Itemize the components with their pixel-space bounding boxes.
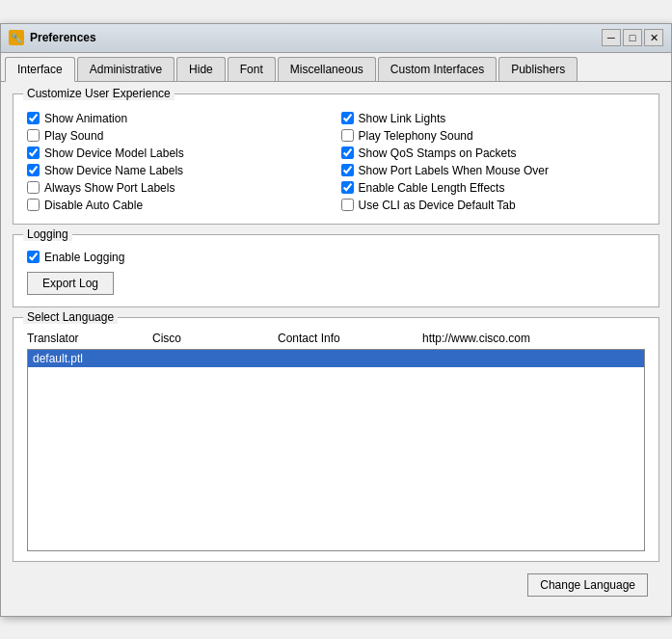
tab-publishers[interactable]: Publishers	[498, 57, 578, 81]
checkbox-show-qos: Show QoS Stamps on Packets	[341, 146, 646, 160]
close-button[interactable]: ✕	[644, 29, 663, 46]
tab-interface[interactable]: Interface	[5, 57, 75, 82]
show-animation-checkbox[interactable]	[27, 112, 40, 124]
play-telephony-checkbox[interactable]	[341, 129, 354, 142]
disable-auto-label: Disable Auto Cable	[44, 199, 143, 212]
show-animation-label: Show Animation	[44, 112, 127, 125]
show-name-checkbox[interactable]	[27, 164, 40, 176]
window-controls: ─ □ ✕	[602, 29, 663, 46]
play-telephony-label: Play Telephony Sound	[359, 129, 473, 143]
checkbox-always-port: Always Show Port Labels	[27, 181, 332, 195]
tab-hide[interactable]: Hide	[176, 57, 226, 81]
language-section: Select Language Translator Cisco Contact…	[13, 317, 659, 562]
language-list[interactable]: default.ptl	[27, 349, 645, 551]
show-link-lights-checkbox[interactable]	[341, 112, 354, 124]
show-model-checkbox[interactable]	[27, 146, 40, 159]
checkboxes-grid: Show Animation Show Link Lights Play Sou…	[27, 112, 645, 212]
play-sound-checkbox[interactable]	[27, 129, 40, 142]
enable-cable-label: Enable Cable Length Effects	[359, 181, 505, 195]
show-name-label: Show Device Name Labels	[44, 164, 183, 177]
show-port-mouse-checkbox[interactable]	[341, 164, 354, 176]
checkbox-disable-auto: Disable Auto Cable	[27, 199, 332, 212]
use-cli-checkbox[interactable]	[341, 199, 354, 211]
window-title: Preferences	[30, 31, 96, 44]
show-qos-label: Show QoS Stamps on Packets	[359, 146, 517, 160]
title-bar: 🔧 Preferences ─ □ ✕	[1, 24, 671, 53]
lang-col-url: http://www.cisco.com	[422, 332, 645, 345]
checkbox-use-cli: Use CLI as Device Default Tab	[341, 199, 646, 212]
always-port-checkbox[interactable]	[27, 181, 40, 194]
use-cli-label: Use CLI as Device Default Tab	[359, 199, 516, 212]
list-item[interactable]: default.ptl	[28, 350, 644, 367]
show-port-mouse-label: Show Port Labels When Mouse Over	[359, 164, 549, 177]
checkbox-show-port-mouse: Show Port Labels When Mouse Over	[341, 164, 646, 177]
lang-table-header: Translator Cisco Contact Info http://www…	[27, 332, 645, 345]
lang-col-cisco: Cisco	[152, 332, 278, 345]
checkbox-show-link-lights: Show Link Lights	[341, 112, 646, 125]
enable-logging-checkbox[interactable]	[27, 251, 40, 263]
show-link-lights-label: Show Link Lights	[359, 112, 446, 125]
logging-content: Enable Logging Export Log	[27, 251, 645, 295]
bottom-bar: Change Language	[13, 570, 659, 604]
enable-cable-checkbox[interactable]	[341, 181, 354, 194]
checkbox-play-telephony: Play Telephony Sound	[341, 129, 646, 143]
language-section-title: Select Language	[23, 310, 118, 324]
tab-miscellaneous[interactable]: Miscellaneous	[278, 57, 376, 81]
minimize-button[interactable]: ─	[602, 29, 621, 46]
checkbox-show-name: Show Device Name Labels	[27, 164, 332, 177]
customize-section-title: Customize User Experience	[23, 87, 175, 100]
checkbox-show-animation: Show Animation	[27, 112, 332, 125]
checkbox-play-sound: Play Sound	[27, 129, 332, 143]
play-sound-label: Play Sound	[44, 129, 103, 143]
lang-col-contact: Contact Info	[278, 332, 422, 345]
tab-administrative[interactable]: Administrative	[77, 57, 175, 81]
logging-section-title: Logging	[23, 227, 72, 241]
checkbox-enable-cable: Enable Cable Length Effects	[341, 181, 646, 195]
customize-section: Customize User Experience Show Animation…	[13, 93, 659, 225]
tab-custom-interfaces[interactable]: Custom Interfaces	[378, 57, 497, 81]
tabs-container: Interface Administrative Hide Font Misce…	[1, 53, 671, 82]
show-model-label: Show Device Model Labels	[44, 146, 184, 160]
tab-font[interactable]: Font	[228, 57, 276, 81]
always-port-label: Always Show Port Labels	[44, 181, 175, 195]
main-content: Customize User Experience Show Animation…	[1, 82, 671, 616]
checkbox-show-model: Show Device Model Labels	[27, 146, 332, 160]
preferences-window: 🔧 Preferences ─ □ ✕ Interface Administra…	[0, 23, 672, 617]
enable-logging-label: Enable Logging	[44, 251, 124, 264]
show-qos-checkbox[interactable]	[341, 146, 354, 159]
disable-auto-checkbox[interactable]	[27, 199, 40, 211]
maximize-button[interactable]: □	[623, 29, 642, 46]
export-log-button[interactable]: Export Log	[27, 272, 114, 295]
logging-section: Logging Enable Logging Export Log	[13, 234, 659, 307]
enable-logging-row: Enable Logging	[27, 251, 645, 264]
title-bar-left: 🔧 Preferences	[9, 30, 96, 45]
change-language-button[interactable]: Change Language	[527, 573, 648, 597]
lang-col-translator: Translator	[27, 332, 152, 345]
app-icon: 🔧	[9, 30, 24, 45]
